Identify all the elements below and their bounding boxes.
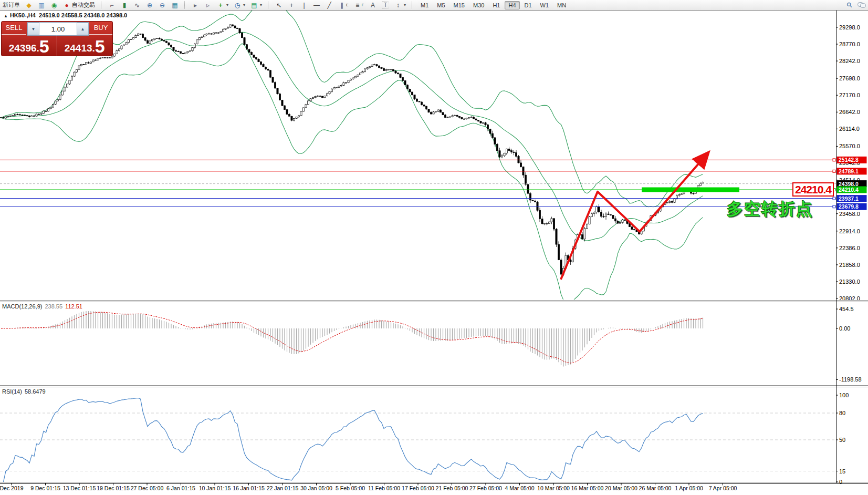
macd-main-value: 238.55: [45, 303, 62, 310]
sell-button[interactable]: SELL: [2, 22, 26, 35]
new-chart-icon[interactable]: ▥: [35, 1, 48, 9]
svg-text:11 Feb 05:00: 11 Feb 05:00: [368, 485, 400, 491]
svg-text:4 Mar 05:00: 4 Mar 05:00: [505, 485, 534, 491]
toolbar-separator: [184, 1, 187, 9]
template-icon: ▤: [250, 2, 258, 9]
line-chart-icon[interactable]: ∿: [131, 1, 143, 9]
arrows-icon[interactable]: ↕▾: [392, 1, 409, 9]
svg-text:24210.4: 24210.4: [839, 187, 859, 193]
svg-text:21 Feb 05:00: 21 Feb 05:00: [436, 485, 468, 491]
cursor-icon[interactable]: ↖: [273, 1, 285, 9]
svg-text:30 Jan 05:00: 30 Jan 05:00: [300, 485, 332, 491]
price-callout-label[interactable]: 24210.4: [792, 182, 834, 197]
text-label-icon[interactable]: T: [379, 1, 392, 9]
tile-windows-icon[interactable]: ▦: [169, 1, 181, 9]
svg-text:100: 100: [839, 392, 849, 398]
indicators-plus-icon: +: [217, 2, 224, 9]
svg-text:28242.0: 28242.0: [839, 58, 860, 64]
tf-m30-button[interactable]: M30: [469, 1, 488, 9]
trendline-icon[interactable]: ╱: [323, 1, 336, 9]
periods-button[interactable]: ◷▾: [231, 1, 248, 9]
svg-text:16 Jan 01:15: 16 Jan 01:15: [233, 485, 265, 491]
svg-text:27 Dec 05:00: 27 Dec 05:00: [131, 485, 164, 491]
svg-text:20802.0: 20802.0: [839, 295, 860, 302]
volume-increase-button[interactable]: ▲: [77, 23, 89, 35]
svg-text:23679.8: 23679.8: [839, 203, 859, 210]
tf-mn-button[interactable]: MN: [553, 1, 570, 9]
indicators-button[interactable]: +▾: [214, 1, 231, 9]
zoom-in-icon[interactable]: ⊕: [143, 1, 156, 9]
svg-text:50: 50: [839, 437, 845, 443]
clock-icon: ◷: [234, 2, 241, 9]
collapse-icon[interactable]: ▲: [4, 14, 8, 18]
svg-text:26642.0: 26642.0: [839, 109, 860, 115]
macd-signal-line: [1, 312, 703, 363]
buy-price[interactable]: 24413.5: [57, 35, 113, 56]
candlestick-chart-icon[interactable]: ▮: [118, 1, 131, 9]
svg-text:24789.1: 24789.1: [839, 168, 859, 174]
chart-area[interactable]: 29298.028770.028242.027698.027170.026642…: [0, 0, 868, 495]
metaquotes-icon[interactable]: ◆: [23, 1, 35, 9]
tf-m15-button[interactable]: M15: [450, 1, 468, 9]
svg-text:22 Jan 01:15: 22 Jan 01:15: [267, 485, 299, 491]
search-icon[interactable]: ⚲: [844, 1, 855, 9]
market-watch-icon[interactable]: ◉: [48, 1, 60, 9]
svg-text:25142.8: 25142.8: [839, 157, 859, 163]
crosshair-icon[interactable]: +: [285, 1, 298, 9]
chart-title: ▲HK50-,H4 24519.0 24558.5 24348.0 24398.…: [4, 12, 127, 18]
tf-h4-button[interactable]: H4: [505, 1, 519, 9]
svg-text:10 Mar 05:00: 10 Mar 05:00: [537, 485, 570, 491]
svg-text:22914.0: 22914.0: [839, 228, 860, 234]
symbol-label: HK50-,H4: [10, 12, 36, 18]
svg-text:23458.0: 23458.0: [839, 211, 860, 217]
svg-text:27 Feb 05:00: 27 Feb 05:00: [469, 485, 502, 491]
bar-chart-icon[interactable]: ⌐: [106, 1, 118, 9]
volume-input[interactable]: [39, 23, 77, 35]
toolbar-separator: [412, 1, 415, 9]
svg-text:9 Dec 01:15: 9 Dec 01:15: [30, 485, 60, 491]
fibonacci-icon[interactable]: ≡F: [351, 1, 367, 9]
svg-text:13 Dec 01:15: 13 Dec 01:15: [63, 485, 96, 491]
svg-text:10 Jan 01:15: 10 Jan 01:15: [199, 485, 231, 491]
main-toolbar: 新订单 ◆ ▥ ◉ ● 自动交易 ⌐ ▮ ∿ ⊕ ⊖ ▦ ▸ ▹ +▾ ◷▾ ▤…: [0, 0, 868, 11]
templates-button[interactable]: ▤▾: [248, 1, 265, 9]
rsi-value: 58.6479: [25, 388, 46, 395]
svg-text:21858.0: 21858.0: [839, 262, 860, 268]
tf-w1-button[interactable]: W1: [537, 1, 553, 9]
text-icon[interactable]: A: [367, 1, 379, 9]
svg-text:28770.0: 28770.0: [839, 41, 860, 47]
macd-label: MACD(12,26,9)238.55112.51: [2, 303, 82, 310]
highlight-bar[interactable]: [642, 188, 739, 192]
svg-text:26114.0: 26114.0: [839, 126, 860, 132]
svg-text:7 Apr 05:00: 7 Apr 05:00: [709, 485, 737, 491]
zigzag-arrow[interactable]: [561, 155, 706, 280]
equidistant-channel-icon[interactable]: ∥E: [336, 1, 351, 9]
svg-text:5 Feb 05:00: 5 Feb 05:00: [336, 485, 365, 491]
chart-shift-icon[interactable]: ▹: [202, 1, 214, 9]
svg-text:27698.0: 27698.0: [839, 75, 860, 81]
tf-d1-button[interactable]: D1: [521, 1, 536, 9]
autotrading-button[interactable]: ● 自动交易: [60, 1, 98, 9]
svg-text:29298.0: 29298.0: [839, 24, 860, 30]
turning-point-note[interactable]: 多空转折点: [727, 198, 813, 220]
tf-m5-button[interactable]: M5: [433, 1, 448, 9]
tf-h1-button[interactable]: H1: [489, 1, 504, 9]
zoom-out-icon[interactable]: ⊖: [156, 1, 169, 9]
autotrading-icon: ●: [63, 2, 70, 9]
chat-icon[interactable]: [855, 1, 868, 9]
sell-price[interactable]: 24396.5: [2, 35, 57, 56]
tf-m1-button[interactable]: M1: [417, 1, 432, 9]
svg-text:Dec 2019: Dec 2019: [0, 485, 24, 491]
auto-scroll-icon[interactable]: ▸: [189, 1, 202, 9]
time-axis[interactable]: Dec 20199 Dec 01:1513 Dec 01:1519 Dec 01…: [0, 483, 737, 492]
horizontal-line-icon[interactable]: —: [310, 1, 323, 9]
buy-button[interactable]: BUY: [89, 22, 112, 35]
svg-text:23937.1: 23937.1: [839, 195, 859, 202]
volume-decrease-button[interactable]: ▼: [27, 23, 39, 35]
macd-histogram: [1, 311, 703, 366]
price-axis[interactable]: 29298.028770.028242.027698.027170.026642…: [836, 24, 862, 485]
svg-text:19 Dec 01:15: 19 Dec 01:15: [97, 485, 130, 491]
new-order-button[interactable]: 新订单: [0, 1, 23, 9]
vertical-line-icon[interactable]: |: [298, 1, 310, 9]
svg-text:25570.0: 25570.0: [839, 143, 860, 149]
